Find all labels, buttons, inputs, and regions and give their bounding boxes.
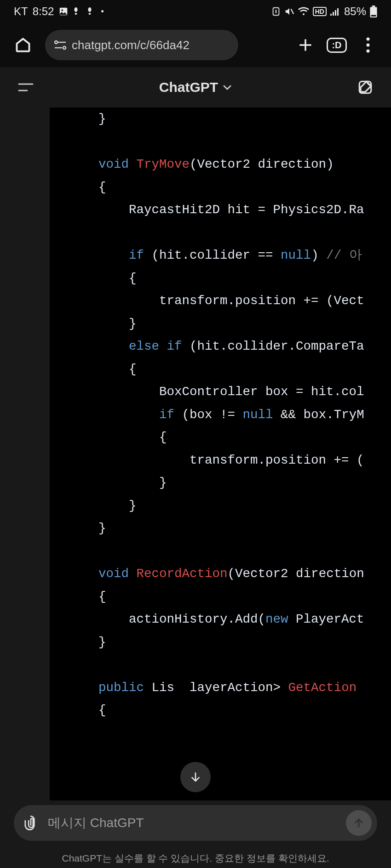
svg-point-21 (367, 38, 370, 41)
svg-rect-12 (372, 6, 375, 7)
chat-content[interactable]: } void TryMove(Vector2 direction) { Rayc… (0, 108, 391, 800)
code-text: } void TryMove(Vector2 direction) { Rayc… (68, 108, 391, 722)
power-save-icon (271, 6, 281, 17)
battery-pct: 85% (344, 5, 366, 18)
browser-menu-button[interactable] (359, 36, 377, 54)
app-title-text: ChatGPT (159, 79, 218, 95)
new-tab-button[interactable] (296, 36, 315, 54)
svg-point-18 (63, 46, 66, 49)
status-left: KT 8:52 • (14, 5, 104, 18)
status-right: HD 85% (271, 5, 377, 18)
svg-point-3 (75, 13, 77, 15)
url-bar[interactable]: chatgpt.com/c/66da42 (45, 30, 238, 60)
svg-rect-10 (335, 10, 336, 16)
signal-icon (330, 7, 340, 16)
home-button[interactable] (14, 36, 32, 54)
chevron-down-icon (223, 84, 232, 91)
svg-point-15 (55, 41, 58, 44)
gallery-icon (58, 6, 69, 17)
footsteps-icon (73, 6, 82, 17)
arrow-up-icon (353, 817, 364, 828)
tabs-count: :D (327, 38, 346, 53)
svg-rect-11 (337, 8, 339, 16)
url-text: chatgpt.com/c/66da42 (72, 38, 190, 52)
clock: 8:52 (33, 5, 54, 18)
browser-nav: chatgpt.com/c/66da42 :D (0, 23, 391, 67)
battery-icon (370, 6, 377, 17)
svg-point-23 (367, 50, 370, 53)
status-bar: KT 8:52 • HD 85% (0, 0, 391, 23)
svg-rect-14 (371, 15, 376, 17)
svg-rect-8 (330, 14, 332, 16)
composer: 메시지 ChatGPT ChatGPT는 실수를 할 수 있습니다. 중요한 정… (0, 800, 391, 868)
message-placeholder: 메시지 ChatGPT (48, 814, 336, 832)
attach-icon[interactable] (24, 815, 38, 831)
tabs-button[interactable]: :D (328, 36, 346, 54)
code-block[interactable]: } void TryMove(Vector2 direction) { Rayc… (50, 108, 391, 800)
send-button[interactable] (346, 810, 372, 836)
mute-icon (284, 6, 294, 17)
svg-point-5 (89, 13, 91, 15)
arrow-down-icon (190, 771, 201, 783)
scroll-to-bottom-button[interactable] (180, 762, 211, 792)
svg-point-4 (88, 7, 92, 12)
dot-icon: • (101, 7, 104, 17)
sidebar-toggle-button[interactable] (17, 78, 35, 96)
app-header: ChatGPT (0, 67, 391, 108)
svg-point-2 (75, 7, 78, 12)
hd-icon: HD (313, 7, 327, 16)
model-selector[interactable]: ChatGPT (159, 79, 232, 95)
footsteps-icon-2 (87, 6, 96, 17)
svg-line-7 (291, 9, 293, 14)
new-chat-button[interactable] (356, 78, 374, 96)
wifi-icon (298, 7, 309, 16)
site-settings-icon (53, 40, 67, 51)
disclaimer-text: ChatGPT는 실수를 할 수 있습니다. 중요한 정보를 확인하세요. (14, 852, 377, 865)
svg-rect-9 (333, 12, 334, 16)
message-input[interactable]: 메시지 ChatGPT (14, 805, 377, 841)
svg-point-1 (62, 9, 63, 11)
svg-point-22 (367, 44, 370, 47)
carrier-label: KT (14, 5, 28, 18)
